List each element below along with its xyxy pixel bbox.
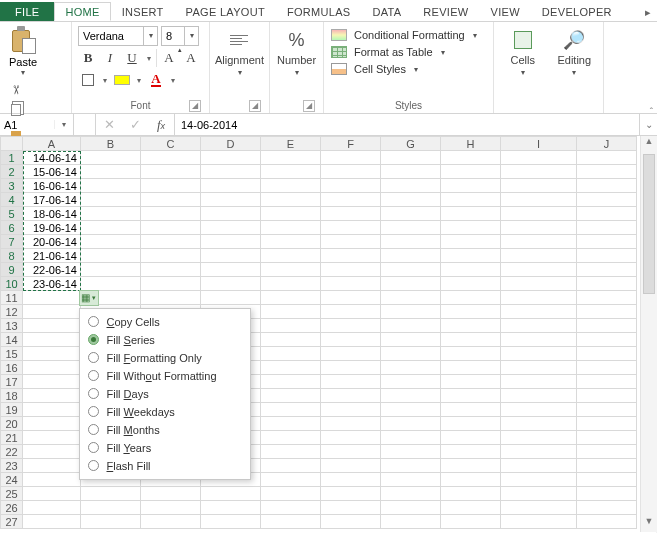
cell-F14[interactable] — [321, 333, 381, 347]
cell-H18[interactable] — [441, 389, 501, 403]
cell-J24[interactable] — [577, 473, 637, 487]
cell-A23[interactable] — [23, 459, 81, 473]
cell-J26[interactable] — [577, 501, 637, 515]
cell-H23[interactable] — [441, 459, 501, 473]
cell-I19[interactable] — [501, 403, 577, 417]
cut-button[interactable]: ✂ — [6, 81, 26, 99]
cell-J13[interactable] — [577, 319, 637, 333]
cell-A5[interactable]: 18-06-14 — [23, 207, 81, 221]
row-header-19[interactable]: 19 — [1, 403, 23, 417]
vertical-scrollbar[interactable]: ▲ ▼ — [640, 136, 657, 532]
cell-A21[interactable] — [23, 431, 81, 445]
cell-I25[interactable] — [501, 487, 577, 501]
cell-A26[interactable] — [23, 501, 81, 515]
underline-dropdown[interactable]: ▾ — [144, 54, 154, 63]
font-color-button[interactable]: A — [146, 70, 166, 90]
cell-A15[interactable] — [23, 347, 81, 361]
cell-F21[interactable] — [321, 431, 381, 445]
cell-H15[interactable] — [441, 347, 501, 361]
cell-E24[interactable] — [261, 473, 321, 487]
editing-dropdown[interactable]: ▾ — [572, 68, 576, 77]
cell-I6[interactable] — [501, 221, 577, 235]
cell-F25[interactable] — [321, 487, 381, 501]
cell-C26[interactable] — [141, 501, 201, 515]
cell-H26[interactable] — [441, 501, 501, 515]
cell-D7[interactable] — [201, 235, 261, 249]
cell-J21[interactable] — [577, 431, 637, 445]
cell-I21[interactable] — [501, 431, 577, 445]
cell-E19[interactable] — [261, 403, 321, 417]
cell-C25[interactable] — [141, 487, 201, 501]
cell-I2[interactable] — [501, 165, 577, 179]
cell-A13[interactable] — [23, 319, 81, 333]
cell-H2[interactable] — [441, 165, 501, 179]
row-header-25[interactable]: 25 — [1, 487, 23, 501]
cell-D11[interactable] — [201, 291, 261, 305]
cell-I14[interactable] — [501, 333, 577, 347]
increase-font-button[interactable]: A — [159, 48, 179, 68]
cell-C1[interactable] — [141, 151, 201, 165]
tab-insert[interactable]: INSERT — [111, 2, 175, 21]
cell-B5[interactable] — [81, 207, 141, 221]
cell-D8[interactable] — [201, 249, 261, 263]
cell-E22[interactable] — [261, 445, 321, 459]
cell-C11[interactable] — [141, 291, 201, 305]
cell-I3[interactable] — [501, 179, 577, 193]
cell-E8[interactable] — [261, 249, 321, 263]
cell-H7[interactable] — [441, 235, 501, 249]
cell-F13[interactable] — [321, 319, 381, 333]
cell-D2[interactable] — [201, 165, 261, 179]
number-dialog-launcher[interactable]: ◢ — [303, 100, 315, 112]
cell-I22[interactable] — [501, 445, 577, 459]
cell-I24[interactable] — [501, 473, 577, 487]
cell-A24[interactable] — [23, 473, 81, 487]
cell-E5[interactable] — [261, 207, 321, 221]
enter-formula-button[interactable]: ✓ — [122, 117, 148, 132]
cell-B26[interactable] — [81, 501, 141, 515]
cell-F22[interactable] — [321, 445, 381, 459]
cell-F10[interactable] — [321, 277, 381, 291]
cell-E18[interactable] — [261, 389, 321, 403]
cell-D3[interactable] — [201, 179, 261, 193]
cell-I15[interactable] — [501, 347, 577, 361]
font-size-dropdown[interactable]: ▾ — [184, 27, 198, 45]
bold-button[interactable]: B — [78, 48, 98, 68]
tab-home[interactable]: HOME — [54, 2, 110, 21]
cell-H12[interactable] — [441, 305, 501, 319]
cell-F5[interactable] — [321, 207, 381, 221]
row-header-8[interactable]: 8 — [1, 249, 23, 263]
cell-B27[interactable] — [81, 515, 141, 529]
col-header-G[interactable]: G — [381, 137, 441, 151]
scroll-down-button[interactable]: ▼ — [641, 516, 657, 532]
font-name-input[interactable] — [79, 27, 143, 45]
cell-J5[interactable] — [577, 207, 637, 221]
cell-G23[interactable] — [381, 459, 441, 473]
cell-H9[interactable] — [441, 263, 501, 277]
cell-H25[interactable] — [441, 487, 501, 501]
cell-I18[interactable] — [501, 389, 577, 403]
tab-review[interactable]: REVIEW — [412, 2, 479, 21]
format-as-table-button[interactable]: Format as Table ▾ — [330, 45, 487, 59]
tab-page-layout[interactable]: PAGE LAYOUT — [175, 2, 276, 21]
cell-E21[interactable] — [261, 431, 321, 445]
cell-E9[interactable] — [261, 263, 321, 277]
cell-J2[interactable] — [577, 165, 637, 179]
row-header-4[interactable]: 4 — [1, 193, 23, 207]
cell-J11[interactable] — [577, 291, 637, 305]
cell-I8[interactable] — [501, 249, 577, 263]
cell-H22[interactable] — [441, 445, 501, 459]
col-header-A[interactable]: A — [23, 137, 81, 151]
underline-button[interactable]: U — [122, 48, 142, 68]
cell-A17[interactable] — [23, 375, 81, 389]
collapse-ribbon-button[interactable]: ˆ — [650, 107, 653, 118]
cell-G25[interactable] — [381, 487, 441, 501]
cell-H4[interactable] — [441, 193, 501, 207]
row-header-16[interactable]: 16 — [1, 361, 23, 375]
cell-H1[interactable] — [441, 151, 501, 165]
cell-E3[interactable] — [261, 179, 321, 193]
cell-H20[interactable] — [441, 417, 501, 431]
cell-A27[interactable] — [23, 515, 81, 529]
cell-D27[interactable] — [201, 515, 261, 529]
cell-C7[interactable] — [141, 235, 201, 249]
fill-color-button[interactable] — [112, 70, 132, 90]
